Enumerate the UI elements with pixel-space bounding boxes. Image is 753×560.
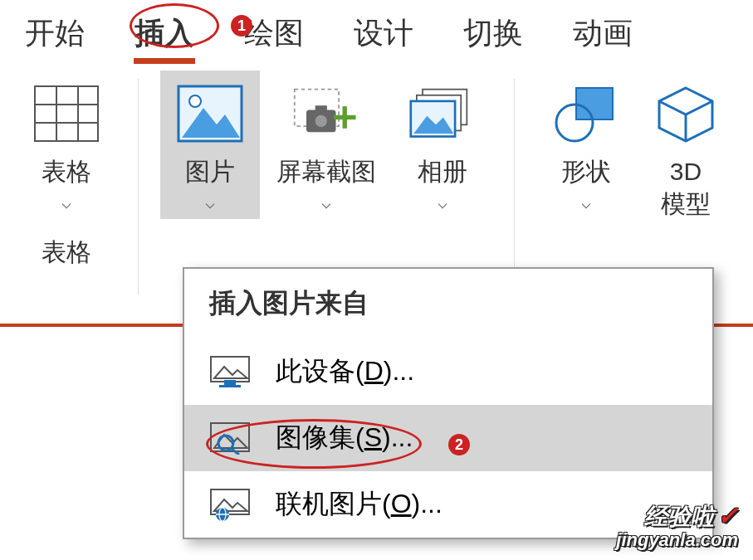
- online-picture-icon: [209, 488, 251, 521]
- table-label: 表格: [42, 155, 91, 187]
- album-button[interactable]: 相册 ⌵: [393, 71, 492, 219]
- tab-active-underline: [134, 58, 195, 64]
- dropdown-item-imageset[interactable]: 图像集(S)...: [184, 405, 712, 471]
- separator: [514, 79, 515, 295]
- table-icon: [33, 80, 100, 147]
- screenshot-icon: [293, 80, 359, 147]
- ribbon-tabs: 开始 插入 绘图 设计 切换 动画: [0, 0, 753, 58]
- screenshot-label: 屏幕截图: [276, 155, 376, 187]
- watermark: 经验啦✓ jingyanla.com: [616, 502, 738, 550]
- album-label: 相册: [418, 155, 467, 187]
- shapes-label: 形状: [561, 155, 611, 187]
- annotation-badge-2: 2: [448, 434, 470, 455]
- tab-insert[interactable]: 插入: [110, 7, 219, 61]
- ribbon-group-table: 表格 ⌵ 表格: [0, 71, 133, 324]
- svg-marker-23: [214, 367, 247, 378]
- tab-design[interactable]: 设计: [329, 7, 438, 61]
- svg-rect-0: [35, 86, 98, 141]
- dropdown-item-label: 图像集(S)...: [276, 420, 413, 456]
- svg-point-6: [189, 95, 201, 107]
- tab-transition[interactable]: 切换: [438, 7, 548, 61]
- dropdown-item-label: 此设备(D)...: [276, 353, 414, 390]
- chevron-down-icon: ⌵: [438, 192, 447, 212]
- device-picture-icon: [209, 355, 251, 388]
- picture-icon: [177, 80, 243, 147]
- tab-insert-label: 插入: [134, 16, 194, 50]
- table-button[interactable]: 表格 ⌵: [17, 71, 116, 219]
- group-label-table: 表格: [42, 236, 91, 270]
- svg-rect-25: [219, 385, 241, 387]
- chevron-down-icon: ⌵: [205, 192, 215, 212]
- svg-rect-18: [576, 88, 613, 119]
- cube-icon: [653, 80, 719, 147]
- imageset-icon: [209, 421, 251, 455]
- svg-rect-24: [224, 380, 236, 385]
- dropdown-header: 插入图片来自: [184, 269, 712, 338]
- picture-label: 图片: [185, 155, 235, 187]
- tab-animation[interactable]: 动画: [548, 7, 658, 61]
- shapes-button[interactable]: 形状 ⌵: [536, 71, 636, 219]
- screenshot-button[interactable]: 屏幕截图 ⌵: [260, 71, 393, 219]
- dropdown-item-this-device[interactable]: 此设备(D)...: [184, 338, 712, 405]
- picture-dropdown-menu: 插入图片来自 此设备(D)... 图像集(S)...: [183, 267, 714, 539]
- tab-home[interactable]: 开始: [0, 7, 110, 61]
- dropdown-item-label: 联机图片(O)...: [276, 486, 443, 523]
- svg-point-19: [556, 105, 593, 141]
- album-icon: [409, 80, 476, 147]
- chevron-down-icon: ⌵: [321, 192, 331, 212]
- svg-rect-10: [315, 105, 327, 111]
- 3d-model-label: 3D 模型: [661, 155, 711, 220]
- separator: [138, 79, 139, 295]
- chevron-down-icon: ⌵: [61, 192, 71, 212]
- annotation-badge-1: 1: [231, 15, 252, 37]
- chevron-down-icon: ⌵: [581, 192, 591, 212]
- picture-button[interactable]: 图片 ⌵: [160, 71, 260, 219]
- svg-point-11: [315, 115, 327, 127]
- 3d-model-button[interactable]: 3D 模型: [636, 71, 736, 226]
- shapes-icon: [553, 80, 619, 147]
